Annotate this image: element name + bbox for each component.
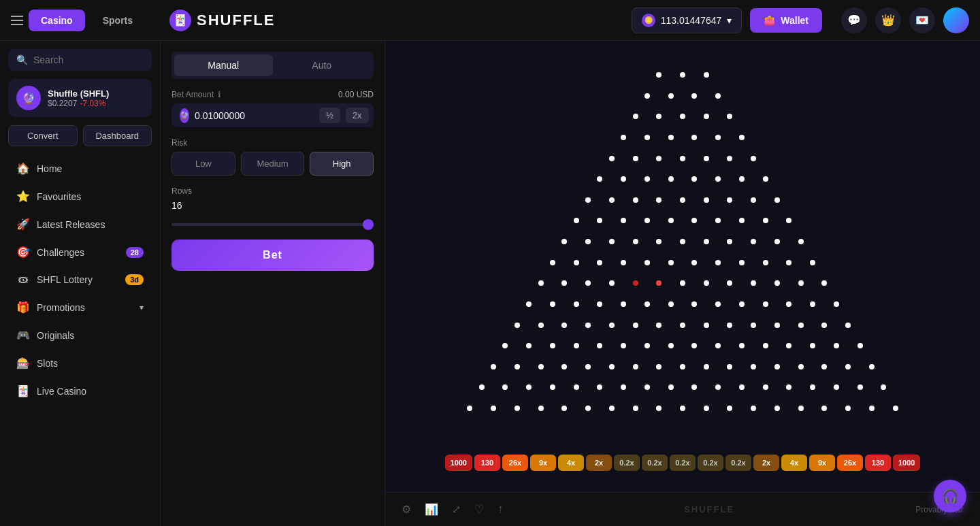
peg — [633, 197, 638, 203]
peg — [680, 239, 685, 244]
peg — [656, 239, 662, 244]
stats-icon[interactable]: 📊 — [425, 503, 438, 516]
challenges-badge: 28 — [126, 247, 144, 258]
sidebar-item-challenges[interactable]: 🎯 Challenges 28 — [5, 239, 154, 265]
peg — [526, 343, 532, 348]
sidebar-item-shfl-lottery[interactable]: 🎟 SHFL Lottery 3d — [5, 267, 154, 293]
search-box[interactable]: 🔍 — [8, 49, 152, 71]
sidebar-item-home[interactable]: 🏠 Home — [5, 155, 154, 182]
peg — [514, 406, 520, 411]
peg — [821, 364, 827, 369]
bet-button[interactable]: Bet — [172, 240, 374, 271]
peg — [774, 197, 780, 203]
risk-high-button[interactable]: High — [310, 152, 374, 176]
support-button[interactable]: 🎧 — [934, 480, 966, 512]
sidebar-item-live-casino[interactable]: 🃏 Live Casino — [5, 378, 154, 404]
leaderboard-button[interactable]: 👑 — [875, 7, 901, 33]
peg — [644, 260, 650, 265]
settings-icon[interactable]: ⚙ — [402, 503, 411, 516]
peg — [621, 260, 626, 265]
peg — [680, 280, 685, 286]
peg — [574, 343, 579, 348]
casino-button[interactable]: Casino — [29, 10, 85, 31]
peg — [727, 239, 732, 244]
peg — [597, 218, 602, 223]
convert-button[interactable]: Convert — [8, 125, 78, 146]
peg — [656, 114, 662, 119]
rows-slider[interactable] — [172, 223, 374, 226]
tab-manual[interactable]: Manual — [174, 54, 273, 76]
peg — [704, 239, 709, 244]
search-input[interactable] — [33, 54, 144, 65]
peg — [691, 93, 697, 99]
peg — [739, 176, 745, 182]
peg — [644, 301, 650, 307]
tab-auto[interactable]: Auto — [273, 54, 372, 76]
sidebar-item-promotions[interactable]: 🎁 Promotions ▾ — [5, 294, 154, 320]
peg — [763, 301, 768, 307]
search-icon: 🔍 — [16, 54, 28, 65]
peg — [727, 323, 732, 328]
peg — [656, 72, 662, 78]
bet-input[interactable] — [195, 110, 314, 121]
peg — [574, 218, 579, 223]
peg — [798, 280, 804, 286]
peg — [798, 323, 804, 328]
peg — [621, 176, 626, 182]
peg — [798, 239, 804, 244]
peg — [869, 406, 875, 411]
peg — [751, 156, 756, 161]
share-icon[interactable]: ↑ — [497, 503, 503, 516]
peg — [538, 280, 544, 286]
peg — [715, 343, 721, 348]
half-button[interactable]: ½ — [319, 108, 340, 123]
peg — [704, 72, 709, 78]
bet-amount-usd: 0.00 USD — [338, 90, 374, 99]
sidebar-item-favourites[interactable]: ⭐ Favourites — [5, 183, 154, 210]
shfl-lottery-icon: 🎟 — [16, 274, 30, 286]
avatar[interactable] — [943, 7, 969, 33]
double-button[interactable]: 2x — [346, 108, 369, 123]
latest-releases-icon: 🚀 — [16, 218, 30, 231]
chat-history-button[interactable]: 💬 — [841, 7, 867, 33]
risk-medium-button[interactable]: Medium — [241, 152, 305, 176]
sidebar-item-originals[interactable]: 🎮 Originals — [5, 322, 154, 348]
favourite-icon[interactable]: ♡ — [474, 503, 484, 516]
peg — [691, 343, 697, 348]
sidebar-item-slots[interactable]: 🎰 Slots — [5, 350, 154, 376]
peg — [597, 384, 602, 390]
peg — [845, 364, 851, 369]
multiplier-cell: 4x — [781, 455, 807, 471]
token-card: 🔮 Shuffle (SHFL) $0.2207 -7.03% — [8, 79, 152, 117]
sidebar-item-latest-releases[interactable]: 🚀 Latest Releases — [5, 211, 154, 237]
peg — [751, 364, 756, 369]
plinko-canvas — [458, 54, 907, 449]
peg — [621, 343, 626, 348]
multiplier-cell: 1000 — [893, 455, 920, 471]
peg — [585, 280, 591, 286]
plinko-area: 100013026x9x4x2x0.2x0.2x0.2x0.2x0.2x2x4x… — [385, 41, 980, 526]
originals-icon: 🎮 — [16, 329, 30, 342]
peg — [526, 384, 532, 390]
slider-container — [172, 216, 374, 229]
peg — [656, 197, 662, 203]
menu-icon[interactable] — [11, 16, 23, 25]
risk-low-button[interactable]: Low — [172, 152, 235, 176]
wallet-button[interactable]: 👛 Wallet — [750, 8, 822, 33]
balance-button[interactable]: 🪙 113.01447647 ▾ — [632, 7, 742, 33]
peg — [691, 135, 697, 140]
multiplier-cell: 0.2x — [698, 455, 723, 471]
expand-icon[interactable]: ⤢ — [452, 503, 461, 516]
messages-button[interactable]: 💌 — [909, 7, 935, 33]
sports-button[interactable]: Sports — [91, 10, 145, 31]
peg — [609, 197, 615, 203]
peg — [668, 218, 674, 223]
info-icon: ℹ — [218, 90, 221, 99]
dashboard-button[interactable]: Dashboard — [83, 125, 152, 146]
multiplier-cell: 1000 — [445, 455, 472, 471]
peg — [597, 260, 602, 265]
peg — [526, 301, 532, 307]
peg — [715, 260, 721, 265]
peg — [561, 323, 567, 328]
shfl-lottery-badge: 3d — [125, 274, 144, 285]
